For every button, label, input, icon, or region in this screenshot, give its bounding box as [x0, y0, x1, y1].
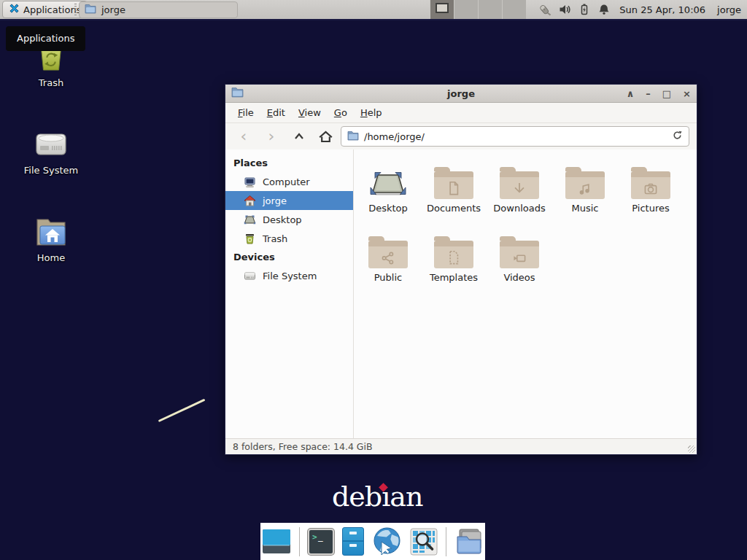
- file-item-music[interactable]: Music: [552, 164, 618, 214]
- file-view[interactable]: Desktop Documents Downloads: [354, 149, 697, 438]
- dock-separator: [446, 527, 446, 556]
- templates-folder-icon: [421, 233, 487, 268]
- forward-button[interactable]: ›: [260, 126, 282, 147]
- sidebar-item-jorge[interactable]: jorge: [225, 191, 353, 210]
- system-tray: [538, 3, 611, 17]
- sidebar-item-label: Desktop: [263, 214, 302, 225]
- sidebar-item-desktop[interactable]: Desktop: [225, 210, 353, 229]
- top-panel: Applications jorge Sun 25 Apr, 10:06 jor…: [0, 0, 747, 20]
- location-bar[interactable]: /home/jorge/: [341, 126, 689, 147]
- tool-bar: ‹ › /home/jorge/: [225, 123, 697, 151]
- resize-grip[interactable]: [688, 446, 695, 453]
- menu-help[interactable]: Help: [354, 104, 389, 121]
- computer-icon: [244, 176, 256, 188]
- file-item-templates[interactable]: Templates: [421, 233, 487, 283]
- file-label: Public: [355, 272, 421, 283]
- volume-icon[interactable]: [558, 3, 571, 16]
- menu-edit[interactable]: Edit: [260, 104, 292, 121]
- file-item-public[interactable]: Public: [355, 233, 421, 283]
- menu-bar: File Edit View Go Help: [225, 103, 697, 123]
- up-button[interactable]: [288, 126, 310, 147]
- workspace-1[interactable]: [430, 0, 454, 19]
- logo-part: deb: [332, 481, 382, 513]
- drive-icon: [244, 270, 256, 282]
- sidebar-item-computer[interactable]: Computer: [225, 172, 353, 191]
- desktop-icon-home[interactable]: Home: [7, 213, 95, 263]
- status-bar: 8 folders, Free space: 14.4 GiB: [225, 438, 697, 454]
- minimize-button[interactable]: –: [646, 85, 651, 103]
- desktop-icon-label: Trash: [7, 77, 95, 88]
- file-item-documents[interactable]: Documents: [421, 164, 487, 214]
- file-item-desktop[interactable]: Desktop: [355, 164, 421, 214]
- workspace-3[interactable]: [478, 0, 502, 19]
- path-input[interactable]: /home/jorge/: [364, 131, 667, 142]
- close-button[interactable]: ×: [683, 85, 691, 103]
- sidebar-item-trash[interactable]: Trash: [225, 229, 353, 248]
- music-folder-icon: [552, 164, 618, 199]
- workspace-2[interactable]: [454, 0, 478, 19]
- logo-part: an: [390, 481, 422, 513]
- window-content: Places Computer jorge Desktop Trash: [225, 149, 697, 438]
- folder-icon: [85, 4, 96, 16]
- file-manager-launcher-icon[interactable]: [454, 528, 484, 555]
- reload-icon[interactable]: [672, 130, 683, 144]
- sidebar-item-file-system[interactable]: File System: [225, 266, 353, 285]
- file-label: Templates: [421, 272, 487, 283]
- home-icon: [244, 195, 256, 207]
- harddrive-icon: [7, 125, 95, 160]
- panel-right-cluster: Sun 25 Apr, 10:06 jorge: [430, 0, 747, 19]
- home-folder-icon: [7, 213, 95, 248]
- desktop-icon: [244, 214, 256, 226]
- desktop-surface-icon: [355, 164, 421, 199]
- app-finder-launcher-icon[interactable]: [410, 528, 438, 556]
- taskbar-window-button[interactable]: jorge: [79, 1, 238, 18]
- sidebar-item-label: jorge: [263, 195, 287, 206]
- file-item-videos[interactable]: Videos: [487, 233, 552, 283]
- desktop-icon-filesystem[interactable]: File System: [7, 125, 95, 176]
- file-item-pictures[interactable]: Pictures: [618, 164, 684, 214]
- downloads-folder-icon: [487, 164, 552, 199]
- show-desktop-icon[interactable]: [262, 528, 291, 555]
- window-titlebar[interactable]: jorge ∧ – □ ×: [225, 85, 697, 103]
- wallpaper-swirl-line: [158, 399, 206, 422]
- file-cabinet-launcher-icon[interactable]: [342, 527, 364, 556]
- file-manager-window: jorge ∧ – □ × File Edit View Go Help ‹ ›…: [225, 84, 697, 455]
- applications-tooltip: Applications: [6, 26, 85, 51]
- file-label: Downloads: [487, 203, 552, 214]
- battery-icon[interactable]: [578, 3, 591, 16]
- home-button[interactable]: [314, 126, 336, 147]
- status-text: 8 folders, Free space: 14.4 GiB: [233, 441, 373, 452]
- workspace-4[interactable]: [502, 0, 526, 19]
- notifications-bell-icon[interactable]: [597, 3, 611, 16]
- desktop: Applications jorge Sun 25 Apr, 10:06 jor…: [0, 0, 747, 560]
- panel-clock[interactable]: Sun 25 Apr, 10:06: [619, 4, 705, 15]
- places-header: Places: [225, 154, 353, 172]
- public-folder-icon: [355, 233, 421, 268]
- videos-folder-icon: [487, 233, 552, 268]
- menu-go[interactable]: Go: [328, 104, 354, 121]
- terminal-launcher-icon[interactable]: >_: [308, 529, 334, 555]
- file-label: Music: [552, 203, 618, 214]
- documents-folder-icon: [421, 164, 487, 199]
- web-browser-launcher-icon[interactable]: [372, 526, 402, 556]
- shade-button[interactable]: ∧: [627, 85, 635, 103]
- taskbar-window-label: jorge: [101, 4, 125, 15]
- path-folder-icon: [347, 130, 359, 144]
- sidebar-item-label: File System: [263, 271, 317, 281]
- tasklist-handle: [74, 4, 77, 15]
- file-label: Desktop: [355, 203, 421, 214]
- dock-separator: [299, 527, 300, 556]
- panel-user-menu[interactable]: jorge: [717, 4, 741, 15]
- maximize-button[interactable]: □: [662, 85, 671, 103]
- mouse-icon[interactable]: [538, 3, 551, 17]
- menu-file[interactable]: File: [231, 104, 260, 121]
- menu-view[interactable]: View: [292, 104, 328, 121]
- xfce-logo-icon: [9, 3, 20, 16]
- back-button[interactable]: ‹: [233, 126, 255, 147]
- side-pane: Places Computer jorge Desktop Trash: [225, 149, 354, 438]
- debian-logo: debıan: [332, 481, 422, 513]
- file-item-downloads[interactable]: Downloads: [487, 164, 552, 214]
- sidebar-item-label: Computer: [263, 176, 310, 187]
- window-controls: ∧ – □ ×: [627, 85, 691, 103]
- desktop-icon-label: Home: [7, 252, 95, 263]
